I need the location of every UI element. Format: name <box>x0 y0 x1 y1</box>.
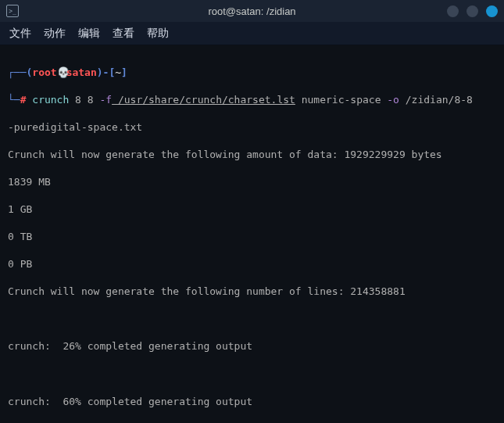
cmd-crunch: crunch <box>32 94 69 106</box>
out-mb: 1839 MB <box>8 175 496 189</box>
menubar: 文件 动作 编辑 查看 帮助 <box>0 22 504 45</box>
out-tb: 0 TB <box>8 230 496 244</box>
maximize-button[interactable] <box>466 5 478 17</box>
menu-file[interactable]: 文件 <box>9 27 31 41</box>
menu-view[interactable]: 查看 <box>113 27 134 41</box>
window-controls <box>447 5 498 17</box>
terminal-body[interactable]: ┌──(root💀satan)-[~] └─# crunch 8 8 -f /u… <box>0 45 504 423</box>
minimize-button[interactable] <box>447 5 459 17</box>
progress-26: crunch: 26% completed generating output <box>8 339 496 353</box>
window-title: root@satan: /zidian <box>208 5 295 17</box>
out-pb: 0 PB <box>8 257 496 271</box>
out-lines: Crunch will now generate the following n… <box>8 285 496 299</box>
cmd-out-path: -puredigital-space.txt <box>8 120 496 134</box>
out-gb: 1 GB <box>8 203 496 217</box>
out-bytes: Crunch will now generate the following a… <box>8 148 496 162</box>
prompt-1: ┌──(root💀satan)-[~] <box>8 66 496 80</box>
terminal-icon <box>6 5 19 17</box>
menu-actions[interactable]: 动作 <box>44 27 66 41</box>
prompt-1-cmd: └─# crunch 8 8 -f /usr/share/crunch/char… <box>8 93 496 107</box>
progress-60: crunch: 60% completed generating output <box>8 395 496 409</box>
close-button[interactable] <box>486 5 498 17</box>
menu-help[interactable]: 帮助 <box>147 27 169 41</box>
skull-icon: 💀 <box>57 66 66 80</box>
titlebar: root@satan: /zidian <box>0 0 504 22</box>
menu-edit[interactable]: 编辑 <box>78 27 100 41</box>
